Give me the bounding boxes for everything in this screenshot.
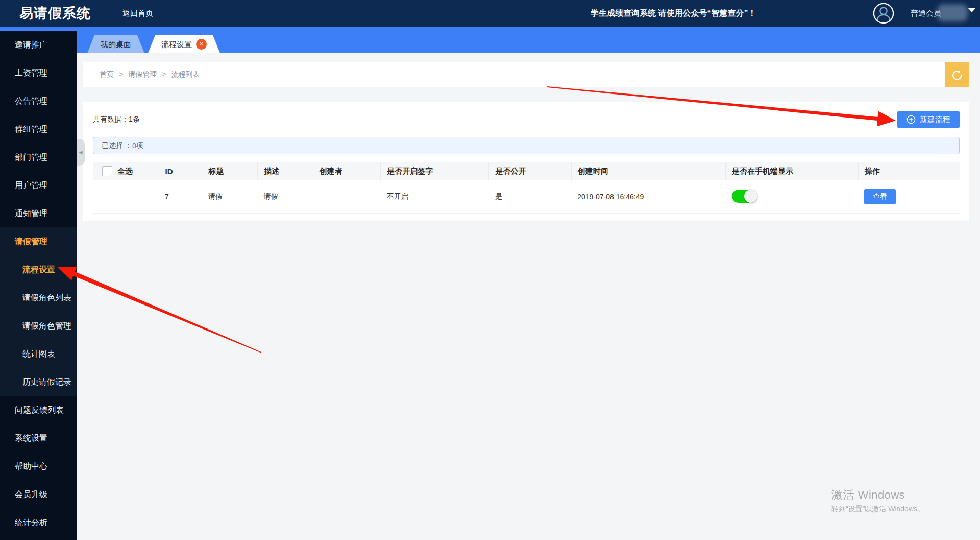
cell-sign: 不开启 xyxy=(381,180,489,214)
back-home-link[interactable]: 返回首页 xyxy=(122,9,153,18)
cell-id: 7 xyxy=(159,180,202,214)
select-all-checkbox[interactable] xyxy=(102,166,112,176)
toggle-knob xyxy=(744,190,757,203)
mobile-visible-toggle[interactable] xyxy=(732,190,757,203)
tab-bar: 我的桌面 流程设置 ✕ xyxy=(77,31,980,53)
sidebar-item-invite[interactable]: 邀请推广 xyxy=(0,31,77,59)
breadcrumb-bar: 首页 > 请假管理 > 流程列表 xyxy=(83,62,969,87)
sidebar-item-user[interactable]: 用户管理 xyxy=(0,171,77,199)
breadcrumb-separator: > xyxy=(119,70,123,79)
table-row: 7 请假 请假 不开启 是 2019-07-08 16:46:49 xyxy=(93,180,960,214)
selection-count: 0 xyxy=(132,142,136,150)
user-menu[interactable]: 普通会员 xyxy=(873,0,976,27)
close-icon[interactable]: ✕ xyxy=(196,39,207,50)
sidebar-item-stats-chart[interactable]: 统计图表 xyxy=(0,340,77,368)
sidebar-collapse-handle[interactable]: ◀ xyxy=(77,139,85,166)
new-flow-button[interactable]: 新建流程 xyxy=(897,111,960,128)
col-actions: 操作 xyxy=(858,162,960,180)
col-select-all: 全选 xyxy=(117,167,133,176)
sidebar-item-leave-mgmt[interactable]: 请假管理 xyxy=(0,227,77,255)
flow-table: 全选 ID 标题 描述 创建者 是否开启签字 是否公开 创建时间 是否在手机端显… xyxy=(93,162,960,214)
cell-desc: 请假 xyxy=(258,180,313,214)
sidebar-item-flow-settings[interactable]: 流程设置 xyxy=(0,255,77,284)
header-accent-strip xyxy=(0,27,980,31)
breadcrumb: 首页 > 请假管理 > 流程列表 xyxy=(83,70,200,79)
col-creator: 创建者 xyxy=(313,162,380,180)
tab-flow-settings[interactable]: 流程设置 ✕ xyxy=(148,35,220,53)
sidebar-item-feedback[interactable]: 问题反馈列表 xyxy=(0,396,77,424)
breadcrumb-home[interactable]: 首页 xyxy=(100,70,114,79)
col-created-at: 创建时间 xyxy=(571,162,725,180)
user-level-label: 普通会员 xyxy=(911,9,941,18)
sidebar-item-leave-role-list[interactable]: 请假角色列表 xyxy=(0,284,77,312)
selection-status-bar: 已选择 ： 0 项 xyxy=(93,137,960,154)
sidebar-item-department[interactable]: 部门管理 xyxy=(0,143,77,171)
sidebar-item-help-center[interactable]: 帮助中心 xyxy=(0,452,77,480)
windows-activation-watermark: 激活 Windows 转到“设置”以激活 Windows。 xyxy=(831,487,924,514)
sidebar-item-leave-history[interactable]: 历史请假记录 xyxy=(0,368,77,396)
sidebar-item-announcement[interactable]: 公告管理 xyxy=(0,87,77,115)
refresh-button[interactable] xyxy=(945,62,969,87)
sidebar-nav: 邀请推广 工资管理 公告管理 群组管理 部门管理 用户管理 通知管理 请假管理 … xyxy=(0,31,77,540)
chevron-down-icon[interactable] xyxy=(968,8,976,12)
cell-select xyxy=(93,180,159,214)
col-sign: 是否开启签字 xyxy=(381,162,489,180)
col-id: ID xyxy=(159,162,202,180)
breadcrumb-leave-mgmt[interactable]: 请假管理 xyxy=(128,70,157,79)
breadcrumb-separator: > xyxy=(162,70,166,79)
tab-label: 我的桌面 xyxy=(101,35,131,53)
col-desc: 描述 xyxy=(258,162,313,180)
flow-list-card: 共有数据：1条 新建流程 已选择 ： 0 项 xyxy=(83,102,969,221)
page-content: 首页 > 请假管理 > 流程列表 共有数据：1条 xyxy=(77,53,980,540)
top-header: 易请假系统 返回首页 学生成绩查询系统 请使用公众号“智慧查分”！ 普通会员 xyxy=(0,0,980,27)
sidebar-item-system-settings[interactable]: 系统设置 xyxy=(0,424,77,452)
sidebar-item-member-upgrade[interactable]: 会员升级 xyxy=(0,480,77,508)
cell-public: 是 xyxy=(489,180,571,214)
watermark-line1: 激活 Windows xyxy=(831,487,924,503)
header-notice: 学生成绩查询系统 请使用公众号“智慧查分”！ xyxy=(591,0,756,27)
col-mobile-visible: 是否在手机端显示 xyxy=(726,162,859,180)
user-avatar-icon[interactable] xyxy=(873,3,894,24)
sidebar-item-group[interactable]: 群组管理 xyxy=(0,115,77,143)
tab-my-desktop[interactable]: 我的桌面 xyxy=(87,35,144,53)
cell-created-at: 2019-07-08 16:46:49 xyxy=(571,180,725,214)
new-flow-button-label: 新建流程 xyxy=(920,115,950,125)
sidebar-item-notify[interactable]: 通知管理 xyxy=(0,199,77,227)
col-title: 标题 xyxy=(202,162,258,180)
chevron-left-icon: ◀ xyxy=(79,150,83,155)
cell-title: 请假 xyxy=(202,180,258,214)
sidebar-group-leave: 请假管理 流程设置 请假角色列表 请假角色管理 统计图表 历史请假记录 xyxy=(0,227,77,396)
cell-creator xyxy=(313,180,380,214)
plus-circle-icon xyxy=(906,115,916,124)
censored-username-blur xyxy=(937,4,968,21)
col-public: 是否公开 xyxy=(489,162,571,180)
sidebar-item-stats-analysis[interactable]: 统计分析 xyxy=(0,508,77,536)
tab-label: 流程设置 xyxy=(161,35,192,53)
total-count-label: 共有数据：1条 xyxy=(93,115,140,124)
sidebar-item-leave-role-mgmt[interactable]: 请假角色管理 xyxy=(0,312,77,340)
refresh-icon xyxy=(951,68,963,81)
sidebar-item-salary[interactable]: 工资管理 xyxy=(0,59,77,87)
watermark-line2: 转到“设置”以激活 Windows。 xyxy=(831,505,924,514)
table-header-row: 全选 ID 标题 描述 创建者 是否开启签字 是否公开 创建时间 是否在手机端显… xyxy=(93,162,960,180)
selection-prefix: 已选择 ： xyxy=(102,141,132,150)
app-logo: 易请假系统 xyxy=(19,4,91,22)
view-button[interactable]: 查看 xyxy=(864,189,896,204)
breadcrumb-flow-list[interactable]: 流程列表 xyxy=(171,70,200,79)
selection-suffix: 项 xyxy=(136,141,143,150)
